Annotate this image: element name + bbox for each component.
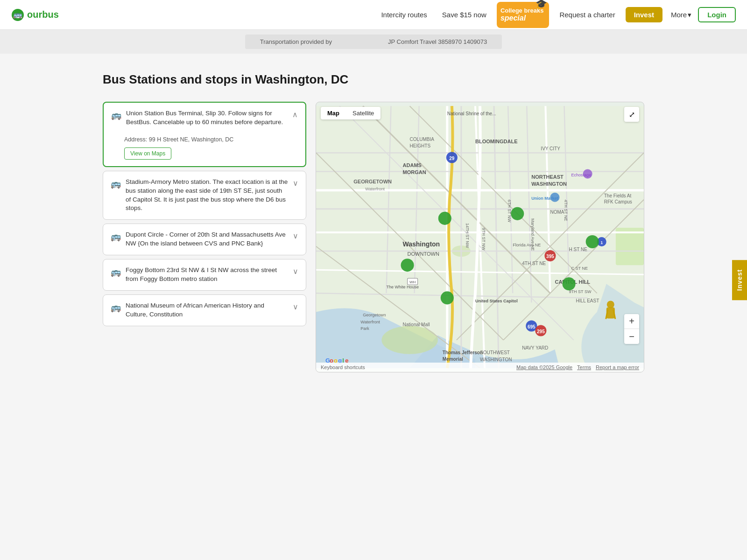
map-expand-button[interactable]: ⤢: [624, 107, 639, 122]
svg-text:NAVY YARD: NAVY YARD: [522, 345, 548, 350]
map-container[interactable]: 29 395 695 295 1 GEORGETOWN Waterfront A…: [316, 102, 644, 372]
stop-card-5[interactable]: 🚌 National Museum of African American Hi…: [103, 294, 306, 326]
zoom-in-button[interactable]: +: [624, 314, 639, 329]
svg-point-91: [441, 291, 454, 304]
keyboard-shortcuts-link[interactable]: Keyboard shortcuts: [321, 364, 365, 370]
svg-text:ADAMS: ADAMS: [403, 162, 422, 168]
college-breaks-badge[interactable]: 🎓 College breaksspecial: [497, 2, 550, 28]
stop-header-3: 🚌 Dupont Circle - Corner of 20th St and …: [111, 231, 298, 248]
chevron-down-icon-5: ∨: [293, 302, 298, 311]
login-button[interactable]: Login: [698, 7, 736, 22]
stop-card-3[interactable]: 🚌 Dupont Circle - Corner of 20th St and …: [103, 224, 306, 255]
stop-card-2[interactable]: 🚌 Stadium-Armory Metro station. The exac…: [103, 171, 306, 220]
svg-point-94: [607, 301, 614, 308]
stop-card-1[interactable]: 🚌 Union Station Bus Terminal, Slip 30. F…: [103, 102, 306, 167]
svg-text:395: 395: [546, 254, 554, 259]
stop-bus-icon-1: 🚌: [111, 110, 121, 120]
provider-bar: Transportation provided by JP Comfort Tr…: [0, 30, 747, 54]
stop-text-5: National Museum of African American Hist…: [126, 301, 288, 319]
svg-text:29: 29: [449, 156, 455, 161]
more-label: More: [671, 11, 687, 19]
svg-text:Park: Park: [360, 326, 369, 331]
svg-text:🚌: 🚌: [13, 10, 22, 19]
stop-header-1: 🚌 Union Station Bus Terminal, Slip 30. F…: [111, 109, 298, 127]
svg-text:Florida Ave NE: Florida Ave NE: [513, 243, 541, 247]
svg-text:NORTHEAST: NORTHEAST: [531, 174, 564, 180]
svg-text:C ST NE: C ST NE: [571, 266, 588, 271]
svg-text:H ST NE: H ST NE: [569, 247, 588, 252]
stop-details-1: Address: 99 H Street NE, Washington, DC …: [111, 133, 298, 160]
navbar-links: Intercity routes Save $15 now 🎓 College …: [374, 2, 736, 28]
stop-bus-icon-2: 🚌: [111, 179, 121, 189]
svg-point-92: [563, 277, 576, 290]
logo-text: ourbus: [27, 9, 59, 20]
svg-text:Waterfront: Waterfront: [365, 187, 385, 191]
stop-address-1: Address: 99 H Street NE, Washington, DC: [124, 136, 298, 143]
svg-text:Echostage: Echostage: [571, 173, 592, 177]
svg-text:HILL EAST: HILL EAST: [576, 298, 599, 303]
svg-text:BLOOMINGDALE: BLOOMINGDALE: [475, 139, 518, 144]
svg-text:United States Capitol: United States Capitol: [475, 299, 518, 303]
svg-text:COLUMBIA: COLUMBIA: [410, 137, 435, 142]
map-data-label: Map data ©2025 Google: [516, 364, 572, 370]
svg-text:695: 695: [528, 324, 536, 329]
invest-nav-button[interactable]: Invest: [626, 7, 662, 22]
svg-text:WASHINGTON: WASHINGTON: [531, 181, 567, 187]
chevron-down-icon-4: ∨: [293, 267, 298, 276]
svg-point-89: [438, 212, 451, 225]
logo-icon: 🚌: [11, 8, 24, 21]
map-zoom-controls: + −: [624, 314, 639, 344]
map-tabs: Map Satellite: [321, 107, 381, 119]
map-tab-satellite[interactable]: Satellite: [346, 107, 381, 119]
stop-bus-icon-3: 🚌: [111, 231, 121, 242]
svg-text:NOMA: NOMA: [550, 210, 564, 215]
svg-point-87: [511, 207, 524, 220]
stop-card-4[interactable]: 🚌 Foggy Bottom 23rd St NW & I St NW acro…: [103, 259, 306, 291]
stops-list: 🚌 Union Station Bus Terminal, Slip 30. F…: [103, 102, 308, 326]
page-title: Bus Stations and stops in Washington, DC: [103, 72, 644, 87]
provider-info: Transportation provided by JP Comfort Tr…: [245, 35, 502, 49]
svg-text:9TH ST NW: 9TH ST NW: [481, 228, 486, 251]
terms-link[interactable]: Terms: [577, 364, 591, 370]
navbar: 🚌 ourbus Intercity routes Save $15 now 🎓…: [0, 0, 747, 30]
svg-point-88: [586, 235, 599, 248]
expand-icon: ⤢: [629, 110, 635, 119]
svg-text:14TH ST NW: 14TH ST NW: [465, 223, 470, 248]
svg-point-90: [401, 259, 414, 272]
stop-header-2: 🚌 Stadium-Armory Metro station. The exac…: [111, 178, 298, 213]
charter-link[interactable]: Request a charter: [553, 7, 621, 22]
svg-text:National Mall: National Mall: [403, 322, 430, 327]
svg-text:Washington: Washington: [403, 240, 440, 248]
more-menu-button[interactable]: More ▾: [666, 7, 696, 23]
stop-header-5: 🚌 National Museum of African American Hi…: [111, 301, 298, 319]
stop-text-1: Union Station Bus Terminal, Slip 30. Fol…: [126, 109, 288, 127]
provider-label: Transportation provided by: [260, 38, 332, 45]
stop-header-4: 🚌 Foggy Bottom 23rd St NW & I St NW acro…: [111, 266, 298, 284]
map-tab-map[interactable]: Map: [321, 107, 346, 119]
logo[interactable]: 🚌 ourbus: [11, 8, 59, 21]
map-footer-links: Map data ©2025 Google Terms Report a map…: [516, 364, 639, 370]
college-breaks-text: College breaksspecial: [500, 7, 544, 22]
svg-text:GEORGETOWN: GEORGETOWN: [353, 179, 392, 184]
stop-bus-icon-5: 🚌: [111, 302, 121, 313]
graduation-cap-icon: 🎓: [536, 0, 547, 9]
svg-text:Waterfront: Waterfront: [360, 320, 380, 324]
svg-text:WASHINGTON: WASHINGTON: [480, 357, 512, 362]
stop-text-2: Stadium-Armory Metro station. The exact …: [126, 178, 288, 213]
report-link[interactable]: Report a map error: [596, 364, 639, 370]
chevron-down-icon-2: ∨: [293, 179, 298, 188]
zoom-out-button[interactable]: −: [624, 329, 639, 344]
intercity-routes-link[interactable]: Intercity routes: [374, 7, 433, 22]
view-maps-button-1[interactable]: View on Maps: [124, 147, 171, 160]
chevron-down-icon-3: ∨: [293, 231, 298, 240]
save-link[interactable]: Save $15 now: [436, 7, 493, 22]
svg-text:HEIGHTS: HEIGHTS: [410, 143, 431, 148]
invest-sidebar-button[interactable]: Invest: [732, 260, 747, 300]
svg-text:6TH ST NW: 6TH ST NW: [507, 200, 512, 223]
svg-text:4TH ST NE: 4TH ST NE: [522, 261, 546, 266]
svg-text:MORGAN: MORGAN: [403, 169, 426, 175]
chevron-up-icon-1: ∧: [292, 110, 298, 119]
stop-text-3: Dupont Circle - Corner of 20th St and Ma…: [126, 231, 288, 248]
svg-text:4TH ST NE: 4TH ST NE: [564, 200, 568, 221]
main-content: Bus Stations and stops in Washington, DC…: [93, 54, 654, 391]
